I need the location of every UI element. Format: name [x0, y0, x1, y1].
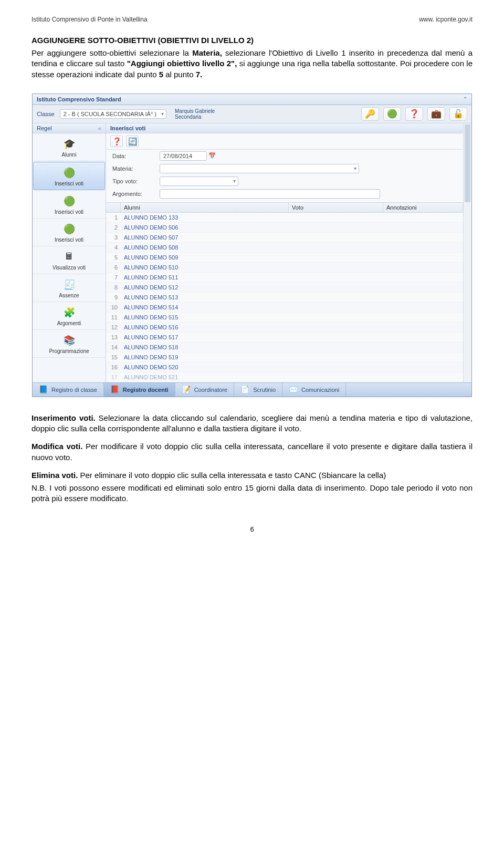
- sidebar-item-inserisci-voti-2[interactable]: 🟢 Inserisci voti: [33, 191, 106, 219]
- sidebar-item-label: Visualizza voti: [52, 265, 86, 271]
- grade-cell[interactable]: [289, 296, 383, 298]
- col-voto[interactable]: Voto: [289, 203, 383, 212]
- materia-select[interactable]: [160, 164, 359, 173]
- table-row[interactable]: 17ALUNNO DEMO 521: [106, 372, 463, 382]
- grade-cell[interactable]: [289, 286, 383, 288]
- sidebar-item-programmazione[interactable]: 📚 Programmazione: [33, 330, 106, 358]
- grade-cell[interactable]: [289, 316, 383, 318]
- annotation-cell[interactable]: [383, 266, 463, 268]
- tab-registro-docenti[interactable]: 📕 Registro docenti: [104, 383, 175, 397]
- absences-icon: 🧾: [62, 278, 77, 291]
- briefcase-icon[interactable]: 💼: [427, 107, 445, 121]
- lock-icon[interactable]: 🔓: [449, 107, 467, 121]
- data-label: Data:: [112, 153, 160, 159]
- sidebar-item-alunni[interactable]: 🎓 Alunni: [33, 133, 106, 161]
- row-number: 14: [106, 343, 121, 351]
- data-input[interactable]: 27/08/2014: [160, 151, 207, 161]
- sidebar-item-inserisci-voti-3[interactable]: 🟢 Inserisci voti: [33, 219, 106, 246]
- annotation-cell[interactable]: [383, 286, 463, 288]
- grade-cell[interactable]: [289, 336, 383, 338]
- sidebar-item-label: Alunni: [62, 152, 77, 158]
- grade-cell[interactable]: [289, 246, 383, 248]
- annotation-cell[interactable]: [383, 216, 463, 219]
- annotation-cell[interactable]: [383, 326, 463, 328]
- table-row[interactable]: 2ALUNNO DEMO 506: [106, 223, 463, 233]
- col-annotazioni[interactable]: Annotazioni: [383, 203, 463, 212]
- page-number: 6: [32, 525, 472, 533]
- tab-registro-classe[interactable]: 📘 Registro di classe: [33, 383, 104, 397]
- table-row[interactable]: 5ALUNNO DEMO 509: [106, 253, 463, 263]
- classe-select[interactable]: 2 - B ( SCUOLA SECONDARIA IÂ° ): [60, 109, 166, 119]
- annotation-cell[interactable]: [383, 236, 463, 238]
- annotation-cell[interactable]: [383, 366, 463, 368]
- panel-help-icon[interactable]: ❓: [110, 136, 123, 147]
- user-block: Marquis Gabriele Secondaria: [175, 108, 215, 120]
- table-row[interactable]: 11ALUNNO DEMO 515: [106, 313, 463, 323]
- annotation-cell[interactable]: [383, 256, 463, 258]
- table-row[interactable]: 4ALUNNO DEMO 508: [106, 243, 463, 253]
- table-row[interactable]: 14ALUNNO DEMO 518: [106, 342, 463, 352]
- annotation-cell[interactable]: [383, 316, 463, 318]
- grade-cell[interactable]: [289, 226, 383, 229]
- collapse-icon[interactable]: ⌃: [463, 96, 467, 102]
- annotation-cell[interactable]: [383, 376, 463, 378]
- tab-label: Coordinatore: [194, 387, 228, 393]
- chevron-left-icon[interactable]: «: [98, 125, 101, 131]
- vertical-scrollbar[interactable]: [463, 123, 471, 382]
- grade-cell[interactable]: [289, 266, 383, 268]
- tab-scrutinio[interactable]: 📄 Scrutinio: [234, 383, 282, 397]
- grade-cell[interactable]: [289, 236, 383, 238]
- tab-coordinatore[interactable]: 📝 Coordinatore: [175, 383, 235, 397]
- annotation-cell[interactable]: [383, 346, 463, 348]
- grade-cell[interactable]: [289, 366, 383, 368]
- table-row[interactable]: 15ALUNNO DEMO 519: [106, 352, 463, 362]
- col-alunni[interactable]: Alunni: [121, 203, 289, 212]
- table-row[interactable]: 13ALUNNO DEMO 517: [106, 333, 463, 342]
- grade-cell[interactable]: [289, 306, 383, 308]
- grade-cell[interactable]: [289, 356, 383, 358]
- key-icon[interactable]: 🔑: [361, 107, 379, 121]
- sidebar-item-assenze[interactable]: 🧾 Assenze: [33, 274, 106, 302]
- insert-grades-icon: 🟢: [62, 167, 77, 179]
- sidebar-item-visualizza-voti[interactable]: 🖩 Visualizza voti: [33, 246, 106, 274]
- table-row[interactable]: 3ALUNNO DEMO 507: [106, 233, 463, 243]
- help-icon[interactable]: ❓: [405, 107, 423, 121]
- annotation-cell[interactable]: [383, 296, 463, 298]
- student-name: ALUNNO DEMO 521: [121, 373, 289, 381]
- row-number: 9: [106, 293, 121, 302]
- grade-cell[interactable]: [289, 276, 383, 278]
- row-number: 2: [106, 223, 121, 232]
- tab-label: Registro docenti: [123, 387, 169, 393]
- annotation-cell[interactable]: [383, 306, 463, 308]
- grade-cell[interactable]: [289, 346, 383, 348]
- table-row[interactable]: 7ALUNNO DEMO 511: [106, 273, 463, 283]
- table-row[interactable]: 16ALUNNO DEMO 520: [106, 362, 463, 372]
- mail-icon: ✉️: [289, 386, 298, 394]
- tipo-select[interactable]: [160, 176, 238, 186]
- refresh-icon[interactable]: 🔄: [126, 136, 139, 147]
- bottom-tabs: 📘 Registro di classe 📕 Registro docenti …: [33, 382, 471, 397]
- sidebar-item-argomenti[interactable]: 🧩 Argomenti: [33, 302, 106, 330]
- table-row[interactable]: 8ALUNNO DEMO 512: [106, 283, 463, 293]
- grade-cell[interactable]: [289, 256, 383, 258]
- grade-cell[interactable]: [289, 326, 383, 328]
- tab-comunicazioni[interactable]: ✉️ Comunicazioni: [282, 383, 346, 397]
- grade-cell[interactable]: [289, 376, 383, 378]
- argomento-input[interactable]: [160, 189, 380, 199]
- student-name: ALUNNO DEMO 133: [121, 213, 289, 222]
- book-red-icon: 📕: [110, 386, 120, 394]
- table-row[interactable]: 6ALUNNO DEMO 510: [106, 263, 463, 273]
- annotation-cell[interactable]: [383, 226, 463, 229]
- sidebar-item-inserisci-voti-1[interactable]: 🟢 Inserisci voti: [33, 162, 105, 190]
- grade-cell[interactable]: [289, 216, 383, 219]
- annotation-cell[interactable]: [383, 356, 463, 358]
- annotation-cell[interactable]: [383, 276, 463, 278]
- form-row-data: Data: 27/08/2014: [106, 150, 463, 162]
- table-row[interactable]: 9ALUNNO DEMO 513: [106, 293, 463, 303]
- table-row[interactable]: 12ALUNNO DEMO 516: [106, 323, 463, 333]
- table-row[interactable]: 10ALUNNO DEMO 514: [106, 303, 463, 313]
- table-row[interactable]: 1ALUNNO DEMO 133: [106, 213, 463, 223]
- annotation-cell[interactable]: [383, 336, 463, 338]
- status-icon[interactable]: 🟢: [383, 107, 401, 121]
- annotation-cell[interactable]: [383, 246, 463, 248]
